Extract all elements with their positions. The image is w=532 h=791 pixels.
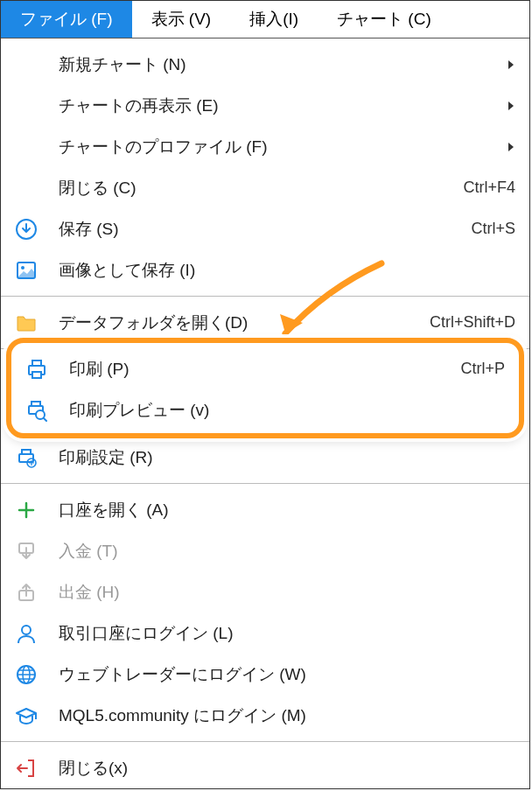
menu-item-save-as-image[interactable]: 画像として保存 (I) xyxy=(1,249,529,290)
app-window: ファイル (F) 表示 (V) 挿入(I) チャート (C) 新規チャート (N… xyxy=(0,0,530,789)
chevron-right-icon xyxy=(507,100,515,112)
separator xyxy=(1,348,529,349)
separator xyxy=(1,483,529,484)
menu-label: チャートの再表示 (E) xyxy=(59,94,507,117)
blank-icon xyxy=(11,173,41,203)
menubar: ファイル (F) 表示 (V) 挿入(I) チャート (C) xyxy=(1,1,529,38)
chevron-right-icon xyxy=(507,141,515,153)
shortcut-text: Ctrl+Shift+D xyxy=(412,313,515,332)
deposit-icon xyxy=(11,536,41,566)
menu-label: 保存 (S) xyxy=(59,218,453,241)
menu-item-print-setup[interactable]: 印刷設定 (R) xyxy=(1,437,529,478)
user-icon xyxy=(11,619,41,648)
menu-item-save[interactable]: 保存 (S) Ctrl+S xyxy=(1,208,529,249)
menu-item-new-chart[interactable]: 新規チャート (N) xyxy=(1,44,529,85)
menu-label: 新規チャート (N) xyxy=(59,53,507,76)
menu-item-exit[interactable]: 閉じる(x) xyxy=(1,747,529,788)
menu-label: 閉じる(x) xyxy=(59,757,515,780)
menu-item-open-data-folder[interactable]: データフォルダを開く(D) Ctrl+Shift+D xyxy=(1,302,529,343)
menubar-item-view[interactable]: 表示 (V) xyxy=(132,1,231,38)
menu-item-withdraw: 出金 (H) xyxy=(1,571,529,612)
svg-rect-4 xyxy=(22,450,31,454)
shortcut-text: Ctrl+F4 xyxy=(445,178,515,197)
menu-item-close[interactable]: 閉じる (C) Ctrl+F4 xyxy=(1,167,529,208)
globe-icon xyxy=(11,660,41,690)
menu-label: 取引口座にログイン (L) xyxy=(59,622,515,645)
menubar-item-file[interactable]: ファイル (F) xyxy=(1,1,132,38)
svg-point-8 xyxy=(22,626,31,634)
blank-icon xyxy=(11,91,41,121)
menu-item-open-account[interactable]: 口座を開く (A) xyxy=(1,489,529,530)
chevron-right-icon xyxy=(507,59,515,71)
folder-icon xyxy=(11,308,41,338)
graduation-icon xyxy=(11,701,41,731)
dropdown-menu: 新規チャート (N) チャートの再表示 (E) チャートのプロファイル (F) … xyxy=(1,38,529,791)
menu-label: 入金 (T) xyxy=(59,540,515,563)
menu-label: チャートのプロファイル (F) xyxy=(59,136,507,158)
withdraw-icon xyxy=(11,578,41,607)
menu-item-chart-profile[interactable]: チャートのプロファイル (F) xyxy=(1,126,529,167)
image-icon xyxy=(11,256,41,285)
print-settings-icon xyxy=(11,443,41,472)
blank-icon xyxy=(11,132,41,162)
menu-label: 印刷設定 (R) xyxy=(59,446,515,469)
shortcut-text: Ctrl+S xyxy=(453,220,515,238)
menu-label: データフォルダを開く(D) xyxy=(59,312,412,334)
menu-item-login-mql5[interactable]: MQL5.community にログイン (M) xyxy=(1,695,529,736)
menu-label: 閉じる (C) xyxy=(59,177,445,200)
menu-label: 画像として保存 (I) xyxy=(59,259,515,282)
menu-label: MQL5.community にログイン (M) xyxy=(59,704,515,727)
menu-label: 出金 (H) xyxy=(59,581,515,604)
menu-item-deposit: 入金 (T) xyxy=(1,530,529,571)
menubar-item-insert[interactable]: 挿入(I) xyxy=(230,1,318,38)
menubar-item-chart[interactable]: チャート (C) xyxy=(318,1,451,38)
menu-item-login-account[interactable]: 取引口座にログイン (L) xyxy=(1,612,529,654)
menu-label: ウェブトレーダーにログイン (W) xyxy=(59,663,515,686)
exit-icon xyxy=(11,753,41,783)
save-icon xyxy=(11,214,41,244)
svg-point-2 xyxy=(21,266,24,270)
plus-icon xyxy=(11,495,41,525)
menu-item-reopen-chart[interactable]: チャートの再表示 (E) xyxy=(1,85,529,126)
blank-icon xyxy=(11,50,41,80)
menu-item-login-webtrader[interactable]: ウェブトレーダーにログイン (W) xyxy=(1,654,529,695)
menu-label: 口座を開く (A) xyxy=(59,499,515,522)
separator xyxy=(1,741,529,742)
separator xyxy=(1,296,529,297)
